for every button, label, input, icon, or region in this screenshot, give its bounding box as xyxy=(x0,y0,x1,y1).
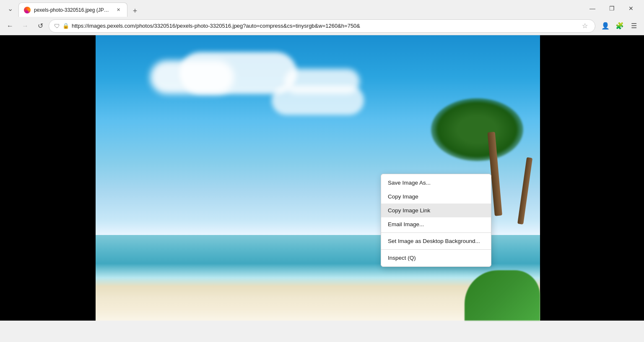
context-menu-separator-2 xyxy=(381,249,491,250)
reload-button[interactable]: ↺ xyxy=(34,19,47,33)
tab-favicon xyxy=(24,7,31,13)
maximize-button[interactable]: ❐ xyxy=(602,0,621,17)
right-letterbox xyxy=(540,35,644,321)
address-input[interactable] xyxy=(72,23,577,29)
minimize-button[interactable]: — xyxy=(583,0,602,17)
account-button[interactable]: 👤 xyxy=(599,19,612,33)
back-button[interactable]: ← xyxy=(3,19,17,33)
context-menu-item-set-desktop-bg[interactable]: Set Image as Desktop Background... xyxy=(381,234,491,248)
new-tab-button[interactable]: + xyxy=(129,5,141,17)
forward-button[interactable]: → xyxy=(18,19,32,33)
title-bar: ⌄ pexels-photo-3320516.jpeg (JPEG I... ✕… xyxy=(0,0,644,17)
active-tab[interactable]: pexels-photo-3320516.jpeg (JPEG I... ✕ xyxy=(18,3,127,17)
close-button[interactable]: ✕ xyxy=(621,0,641,17)
list-tabs-button[interactable]: ⌄ xyxy=(3,2,17,15)
shield-icon: 🛡 xyxy=(54,23,60,29)
extensions-button[interactable]: 🧩 xyxy=(613,19,626,33)
tab-close-button[interactable]: ✕ xyxy=(114,6,122,14)
nav-right-buttons: 👤 🧩 ☰ xyxy=(599,19,641,33)
cloud-4 xyxy=(272,86,364,115)
menu-button[interactable]: ☰ xyxy=(627,19,641,33)
context-menu-item-copy-image[interactable]: Copy Image xyxy=(381,190,491,204)
navigation-bar: ← → ↺ 🛡 🔒 ☆ 👤 🧩 ☰ xyxy=(0,17,644,35)
left-letterbox xyxy=(0,35,96,321)
context-menu-item-email-image[interactable]: Email Image... xyxy=(381,217,491,231)
palm-fronds xyxy=(431,98,523,161)
context-menu: Save Image As... Copy Image Copy Image L… xyxy=(381,174,491,267)
address-bar-container[interactable]: 🛡 🔒 ☆ xyxy=(49,19,595,33)
browser-window: ⌄ pexels-photo-3320516.jpeg (JPEG I... ✕… xyxy=(0,0,644,342)
page-content: Save Image As... Copy Image Copy Image L… xyxy=(0,35,644,342)
lock-icon: 🔒 xyxy=(62,23,69,29)
context-menu-item-inspect[interactable]: Inspect (Q) xyxy=(381,251,491,265)
tab-bar: pexels-photo-3320516.jpeg (JPEG I... ✕ + xyxy=(18,0,578,17)
context-menu-separator-1 xyxy=(381,232,491,233)
context-menu-item-save-image-as[interactable]: Save Image As... xyxy=(381,176,491,190)
bookmark-button[interactable]: ☆ xyxy=(580,21,590,31)
beach-vegetation xyxy=(465,270,540,321)
tab-title: pexels-photo-3320516.jpeg (JPEG I... xyxy=(34,7,111,13)
palm-trunk-2 xyxy=(517,157,532,225)
context-menu-item-copy-image-link[interactable]: Copy Image Link xyxy=(381,204,491,217)
window-controls: — ❐ ✕ xyxy=(583,0,641,17)
